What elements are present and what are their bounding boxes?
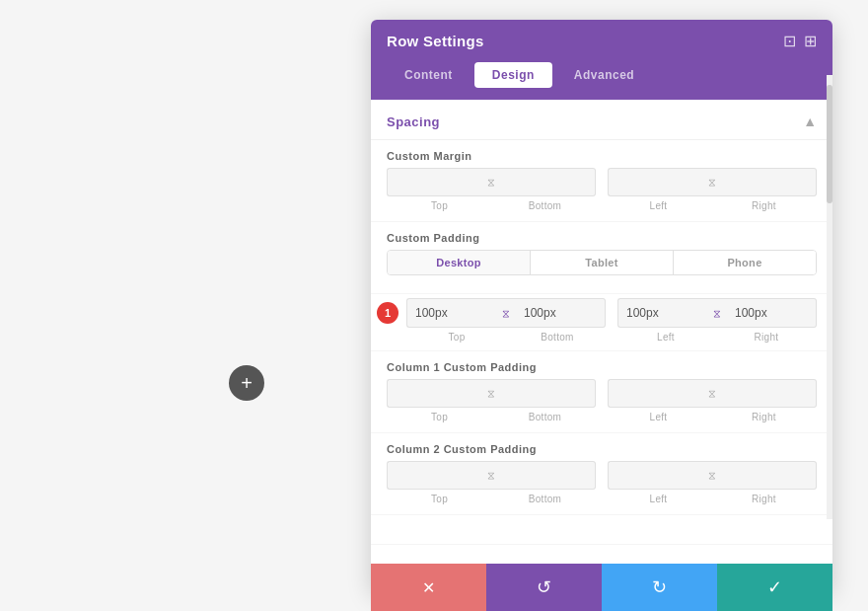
custom-margin-label: Custom Margin — [387, 150, 817, 162]
padding-left-label: Left — [615, 332, 716, 343]
padding-top-input[interactable]: 100px — [406, 298, 496, 328]
col1-sub-labels: Top Bottom Left Right — [387, 412, 817, 422]
tab-bar: Content Design Advanced — [371, 62, 832, 100]
padding-top-bottom-group: 100px ⧖ 100px — [406, 298, 606, 328]
col1-right-input[interactable] — [722, 379, 817, 408]
margin-left-label: Left — [606, 200, 711, 211]
margin-right-label: Right — [711, 200, 817, 211]
reset-icon: ↺ — [537, 576, 551, 598]
margin-left-input[interactable] — [608, 168, 702, 196]
col2-top-bottom-group: ⧖ — [387, 461, 596, 490]
tab-content[interactable]: Content — [387, 62, 470, 88]
col2-link-icon: ⧖ — [481, 461, 501, 490]
panel-title: Row Settings — [387, 33, 484, 49]
margin-sub-labels: Top Bottom Left Right — [387, 200, 817, 211]
spacing-title: Spacing — [387, 115, 440, 129]
redo-button[interactable]: ↻ — [602, 564, 717, 611]
col1-top-bottom-group: ⧖ — [387, 379, 596, 408]
col2-left-right-group: ⧖ — [608, 461, 817, 490]
cancel-icon: ✕ — [422, 578, 435, 597]
device-tab-tablet[interactable]: Tablet — [531, 251, 674, 274]
spacing-section-header: Spacing ▲ — [371, 100, 832, 140]
plus-icon: + — [241, 372, 253, 395]
col2-tb-labels: Top Bottom — [387, 494, 598, 504]
col1-lr-labels: Left Right — [606, 412, 817, 422]
add-row-button[interactable]: + — [229, 365, 264, 401]
col2-inputs-row: ⧖ ⧖ — [387, 461, 817, 490]
margin-bottom-label: Bottom — [492, 200, 598, 211]
col1-inputs-row: ⧖ ⧖ — [387, 379, 817, 408]
padding-tb-labels: Top Bottom — [406, 332, 608, 343]
padding-left-input[interactable]: 100px — [617, 298, 707, 328]
margin-link-icon: ⧖ — [481, 168, 501, 196]
col1-right-label: Right — [711, 412, 817, 422]
col1-link2-icon: ⧖ — [702, 379, 722, 408]
col1-bottom-input[interactable] — [501, 379, 596, 408]
col1-tb-labels: Top Bottom — [387, 412, 598, 422]
margin-tb-labels: Top Bottom — [387, 200, 598, 211]
col2-right-input[interactable] — [722, 461, 817, 490]
margin-lr-labels: Left Right — [606, 200, 817, 211]
col2-sub-labels: Top Bottom Left Right — [387, 494, 817, 504]
col1-top-input[interactable] — [387, 379, 481, 408]
padding-lr-labels: Left Right — [615, 332, 817, 343]
col2-padding-group: Column 2 Custom Padding ⧖ ⧖ Top Bottom — [371, 433, 832, 515]
col2-left-input[interactable] — [608, 461, 702, 490]
tab-design[interactable]: Design — [474, 62, 552, 88]
padding-bottom-input[interactable]: 100px — [516, 298, 606, 328]
padding-left-right-group: 100px ⧖ 100px — [617, 298, 817, 328]
padding-top-label: Top — [406, 332, 507, 343]
save-icon: ✓ — [767, 576, 782, 598]
bottom-action-bar: ✕ ↺ ↻ ✓ — [371, 564, 832, 611]
col2-top-label: Top — [387, 494, 492, 504]
margin-top-label: Top — [387, 200, 492, 211]
header-icons-group: ⊡ ⊞ — [783, 32, 817, 50]
col2-right-label: Right — [711, 494, 817, 504]
padding-values-container: 1 100px ⧖ 100px 100px ⧖ 100px — [371, 294, 832, 351]
padding-right-input[interactable]: 100px — [727, 298, 817, 328]
padding-inputs-row: 100px ⧖ 100px 100px ⧖ 100px — [406, 298, 817, 328]
step-badge: 1 — [377, 302, 398, 324]
expand-icon[interactable]: ⊡ — [783, 32, 796, 50]
col2-lr-labels: Left Right — [606, 494, 817, 504]
padding-sub-labels: Top Bottom Left Right — [406, 332, 817, 343]
padding-link2-icon: ⧖ — [707, 298, 727, 328]
margin-bottom-input[interactable] — [501, 168, 596, 196]
col1-left-label: Left — [606, 412, 711, 422]
spacing-toggle-icon[interactable]: ▲ — [803, 114, 817, 129]
col2-padding-label: Column 2 Custom Padding — [387, 443, 817, 455]
custom-padding-group: Custom Padding Desktop Tablet Phone — [371, 222, 832, 294]
device-tab-phone[interactable]: Phone — [674, 251, 816, 274]
reset-button[interactable]: ↺ — [486, 564, 602, 611]
scrollbar-track[interactable] — [827, 75, 832, 519]
col1-padding-label: Column 1 Custom Padding — [387, 361, 817, 373]
border-section-placeholder — [371, 515, 832, 545]
cancel-button[interactable]: ✕ — [371, 564, 486, 611]
col1-link-icon: ⧖ — [481, 379, 501, 408]
panel-body: Spacing ▲ Custom Margin ⧖ ⧖ Top — [371, 100, 832, 593]
split-icon[interactable]: ⊞ — [804, 32, 817, 50]
col2-bottom-label: Bottom — [492, 494, 598, 504]
padding-link-icon: ⧖ — [496, 298, 516, 328]
padding-right-label: Right — [716, 332, 817, 343]
col1-left-input[interactable] — [608, 379, 702, 408]
col1-left-right-group: ⧖ — [608, 379, 817, 408]
margin-top-input[interactable] — [387, 168, 481, 196]
margin-top-bottom-group: ⧖ — [387, 168, 596, 196]
device-tab-desktop[interactable]: Desktop — [388, 251, 531, 274]
col2-bottom-input[interactable] — [501, 461, 596, 490]
col2-top-input[interactable] — [387, 461, 481, 490]
margin-link2-icon: ⧖ — [702, 168, 722, 196]
col2-left-label: Left — [606, 494, 711, 504]
scrollbar-thumb[interactable] — [827, 85, 832, 203]
save-button[interactable]: ✓ — [717, 564, 832, 611]
margin-right-input[interactable] — [722, 168, 817, 196]
col1-top-label: Top — [387, 412, 492, 422]
device-tabs: Desktop Tablet Phone — [387, 250, 817, 275]
custom-margin-group: Custom Margin ⧖ ⧖ Top Bottom — [371, 140, 832, 222]
tab-advanced[interactable]: Advanced — [556, 62, 652, 88]
col1-bottom-label: Bottom — [492, 412, 598, 422]
margin-inputs-row: ⧖ ⧖ — [387, 168, 817, 196]
col1-padding-group: Column 1 Custom Padding ⧖ ⧖ Top Bottom — [371, 351, 832, 433]
margin-left-right-group: ⧖ — [608, 168, 817, 196]
